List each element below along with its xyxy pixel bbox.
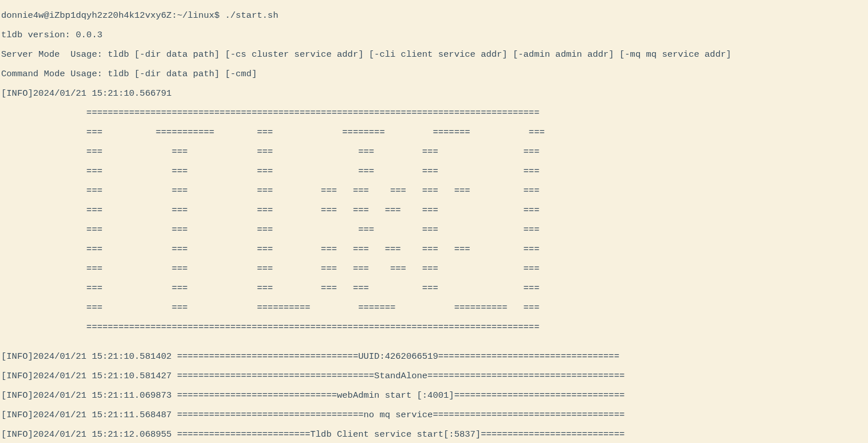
prompt-line: donnie4w@iZbp1dqyh2z20h4k12vxy6Z:~/linux… <box>1 11 868 21</box>
ascii-banner-row: ========================================… <box>1 323 868 332</box>
ascii-banner-row: === === === === === === === === <box>1 206 868 215</box>
info-webadmin: [INFO]2024/01/21 15:21:11.069873 =======… <box>1 391 868 401</box>
command-usage: Command Mode Usage: tldb [-dir data path… <box>1 69 868 79</box>
banner-header: [INFO]2024/01/21 15:21:10.566791 <box>1 89 868 99</box>
ascii-banner-row: === === ========== ======= ========== ==… <box>1 303 868 313</box>
info-nomq: [INFO]2024/01/21 15:21:11.568487 =======… <box>1 410 868 420</box>
ascii-banner-row: === === === === === === === === === <box>1 245 868 254</box>
ascii-banner-row: === === === === === === <box>1 225 868 235</box>
ascii-banner-row: === === === === === === === <box>1 284 868 293</box>
info-standalone: [INFO]2024/01/21 15:21:10.581427 =======… <box>1 371 868 381</box>
terminal-output[interactable]: donnie4w@iZbp1dqyh2z20h4k12vxy6Z:~/linux… <box>0 0 868 443</box>
ascii-banner-row: === === === === === === <box>1 147 868 157</box>
version-line: tldb version: 0.0.3 <box>1 30 868 40</box>
ascii-banner-row: ========================================… <box>1 108 868 118</box>
info-uuid: [INFO]2024/01/21 15:21:10.581402 =======… <box>1 352 868 362</box>
server-usage: Server Mode Usage: tldb [-dir data path]… <box>1 50 868 60</box>
ascii-banner-row: === =========== === ======== ======= === <box>1 128 868 138</box>
ascii-banner-row: === === === === === === === === === <box>1 186 868 196</box>
ascii-banner-row: === === === === === === === === <box>1 264 868 274</box>
ascii-banner-row: === === === === === === <box>1 167 868 177</box>
info-tldb-client: [INFO]2024/01/21 15:21:12.068955 =======… <box>1 430 868 440</box>
